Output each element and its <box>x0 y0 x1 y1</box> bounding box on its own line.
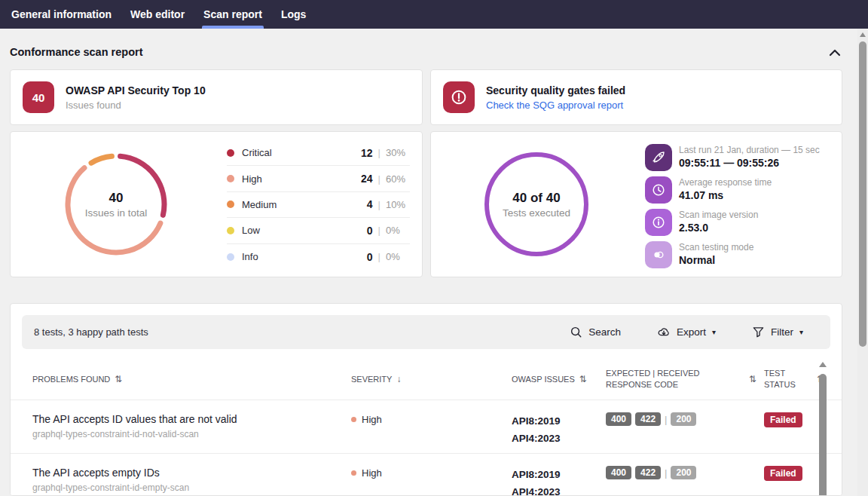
export-button[interactable]: Export ▾ <box>657 326 716 339</box>
sqg-report-link[interactable]: Check the SQG approval report <box>486 98 625 112</box>
severity-cell: High <box>351 466 512 479</box>
expected-code-badge: 400 <box>606 466 631 479</box>
column-label: SEVERITY <box>351 374 392 385</box>
code-separator: | <box>665 414 667 425</box>
sort-desc-icon[interactable]: ↓ <box>396 374 401 385</box>
tab-web-editor[interactable]: Web editor <box>129 0 186 29</box>
page-scrollbar-thumb[interactable] <box>859 41 866 347</box>
tests-executed-label: Tests executed <box>503 207 570 219</box>
sort-both-icon[interactable]: ⇅ <box>579 374 587 385</box>
legend-percent: 60% <box>386 173 410 185</box>
stat-value: 09:55:11 — 09:55:26 <box>679 156 820 170</box>
scroll-up-arrow-icon[interactable] <box>819 362 827 367</box>
tab-general-information[interactable]: General information <box>10 0 113 29</box>
response-codes-cell: 400 422 | 200 <box>606 466 764 479</box>
legend-row-low: Low 0 | 0% <box>227 218 410 243</box>
issues-total-label: Issues in total <box>85 207 148 219</box>
critical-dot-icon <box>227 149 234 157</box>
owasp-issue: API4:2023 <box>512 430 606 447</box>
table-row[interactable]: The API accepts ID values that are not v… <box>11 400 842 454</box>
severity-dot-icon <box>351 417 356 422</box>
owasp-card-subtitle: Issues found <box>66 98 206 112</box>
search-icon <box>570 326 582 338</box>
sort-both-icon[interactable]: ⇅ <box>749 374 756 385</box>
issues-count-badge: 40 <box>23 81 54 113</box>
info-dot-icon <box>227 253 234 261</box>
legend-count: 0 <box>367 225 373 237</box>
stat-value: 2.53.0 <box>679 221 758 235</box>
test-id: graphql-types-constraint-id-not-valid-sc… <box>32 429 351 439</box>
owasp-card-title: OWASP API Security Top 10 <box>66 83 206 98</box>
received-code-badge: 200 <box>671 412 696 426</box>
legend-separator: | <box>378 147 381 158</box>
column-label: EXPECTED | RECEIVED RESPONSE CODE <box>606 368 734 390</box>
table-toolbar: 8 tests, 3 happy path tests Search Ex <box>22 315 830 349</box>
severity-label: High <box>362 467 382 479</box>
export-download-icon <box>657 326 671 339</box>
issues-total: 40 <box>109 191 124 206</box>
stat-label: Last run 21 Jan, duration — 15 sec <box>679 144 820 156</box>
page-title: Conformance scan report <box>10 46 142 58</box>
legend-label: Critical <box>242 147 272 158</box>
severity-dot-icon <box>351 470 356 476</box>
received-code-badge: 200 <box>671 466 696 479</box>
high-dot-icon <box>227 175 234 182</box>
column-header-response-code[interactable]: EXPECTED | RECEIVED RESPONSE CODE ⇅ <box>606 368 764 390</box>
table-scrollbar[interactable] <box>819 359 827 495</box>
column-header-owasp-issues[interactable]: OWASP ISSUES ⇅ <box>512 374 606 385</box>
stat-testing-mode: Scan testing mode Normal <box>645 241 834 268</box>
tests-summary: 8 tests, 3 happy path tests <box>34 326 148 338</box>
stat-label: Average response time <box>679 176 772 188</box>
top-nav: General information Web editor Scan repo… <box>0 0 868 29</box>
tests-ring: 40 of 40 Tests executed <box>480 148 593 261</box>
low-dot-icon <box>227 227 234 234</box>
column-header-problems-found[interactable]: PROBLEMS FOUND ⇅ <box>32 374 351 385</box>
filter-funnel-icon <box>752 326 765 338</box>
legend-percent: 0% <box>386 225 410 236</box>
problem-title: The API accepts ID values that are not v… <box>32 412 351 427</box>
status-badge: Failed <box>764 466 802 481</box>
tests-table-card: 8 tests, 3 happy path tests Search Ex <box>10 303 842 496</box>
filter-button[interactable]: Filter ▾ <box>752 326 803 338</box>
column-label: OWASP ISSUES <box>512 374 575 385</box>
tests-card: 40 of 40 Tests executed Last run 21 Jan,… <box>430 131 842 277</box>
sqg-card-title: Security quality gates failed <box>486 83 625 98</box>
collapse-section-button[interactable] <box>826 44 844 62</box>
column-label: TEST STATUS <box>764 368 799 390</box>
tests-executed-count: 40 of 40 <box>512 191 560 206</box>
tab-logs[interactable]: Logs <box>280 0 307 29</box>
owasp-summary-card: 40 OWASP API Security Top 10 Issues foun… <box>10 69 423 125</box>
column-label: PROBLEMS FOUND <box>32 374 110 385</box>
stat-value: Normal <box>679 253 753 268</box>
chevron-down-icon: ▾ <box>712 328 716 336</box>
table-header-row: PROBLEMS FOUND ⇅ SEVERITY ↓ OWASP ISSUES… <box>11 359 842 400</box>
test-id: graphql-types-constraint-id-empty-scan <box>32 482 351 493</box>
chevron-down-icon: ▾ <box>799 328 803 336</box>
legend-label: Medium <box>242 199 277 210</box>
owasp-issue: API8:2019 <box>512 466 606 483</box>
legend-separator: | <box>378 225 381 236</box>
table-scrollbar-thumb[interactable] <box>819 374 827 495</box>
legend-row-high: High 24 | 60% <box>227 166 410 191</box>
response-codes-cell: 400 422 | 200 <box>606 412 764 426</box>
legend-separator: | <box>378 199 381 210</box>
toggle-icon <box>645 241 672 268</box>
sort-both-icon[interactable]: ⇅ <box>115 374 122 385</box>
column-header-severity[interactable]: SEVERITY ↓ <box>351 374 512 385</box>
tab-scan-report[interactable]: Scan report <box>202 0 264 29</box>
exclamation-circle-icon <box>451 89 467 106</box>
legend-label: Low <box>242 225 260 236</box>
legend-row-critical: Critical 12 | 30% <box>227 140 410 166</box>
expected-code-badge: 400 <box>606 412 631 426</box>
stat-response-time: Average response time 41.07 ms <box>645 176 834 204</box>
clock-icon <box>645 176 672 204</box>
page-scrollbar[interactable] <box>857 29 868 496</box>
expected-code-badge: 422 <box>635 466 661 479</box>
sqg-alert-icon <box>443 81 475 113</box>
search-button[interactable]: Search <box>570 326 621 338</box>
problem-title: The API accepts empty IDs <box>32 466 351 480</box>
table-row[interactable]: The API accepts empty IDs graphql-types-… <box>11 454 842 496</box>
legend-separator: | <box>378 173 381 185</box>
scroll-up-arrow-icon[interactable] <box>860 32 866 37</box>
info-icon <box>645 209 672 236</box>
